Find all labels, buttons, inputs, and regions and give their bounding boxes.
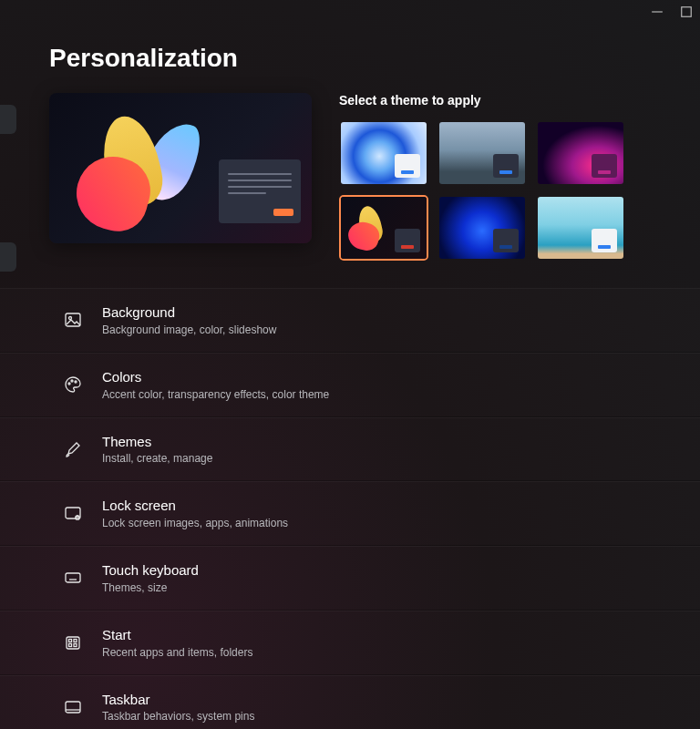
option-title: Lock screen (102, 498, 288, 515)
minimize-button[interactable] (651, 5, 664, 18)
svg-rect-1 (682, 7, 692, 17)
option-subtitle: Lock screen images, apps, animations (102, 517, 288, 529)
svg-rect-9 (66, 573, 80, 582)
svg-rect-16 (69, 640, 72, 642)
option-title: Taskbar (102, 692, 254, 709)
option-title: Start (102, 627, 252, 644)
option-background[interactable]: Background Background image, color, slid… (0, 288, 700, 353)
taskbar-icon (64, 698, 82, 716)
theme-grid (339, 120, 631, 261)
theme-option-landscape[interactable] (438, 120, 527, 186)
theme-option-windows-dark[interactable] (339, 195, 428, 261)
option-title: Touch keyboard (102, 562, 199, 580)
palette-icon (64, 375, 82, 394)
start-menu-icon (64, 633, 82, 652)
theme-option-glow[interactable] (536, 120, 625, 186)
option-subtitle: Background image, color, slideshow (102, 323, 276, 336)
maximize-button[interactable] (680, 5, 693, 18)
lock-screen-icon (64, 505, 82, 523)
option-title: Colors (102, 369, 329, 386)
option-subtitle: Recent apps and items, folders (102, 646, 252, 659)
brush-icon (64, 440, 82, 458)
svg-point-6 (75, 381, 77, 383)
svg-rect-19 (74, 644, 77, 647)
option-title: Background (102, 304, 276, 322)
svg-rect-20 (66, 702, 80, 713)
option-colors[interactable]: Colors Accent color, transparency effect… (0, 353, 700, 417)
option-subtitle: Taskbar behaviors, system pins (102, 710, 254, 723)
option-touch-keyboard[interactable]: Touch keyboard Themes, size (0, 546, 700, 611)
option-taskbar[interactable]: Taskbar Taskbar behaviors, system pins (0, 675, 700, 730)
page-title: Personalization (49, 44, 700, 73)
keyboard-icon (64, 569, 82, 587)
nav-stub[interactable] (0, 105, 16, 134)
svg-rect-17 (74, 640, 77, 642)
theme-option-windows-light[interactable] (339, 120, 428, 186)
picture-icon (64, 311, 82, 329)
svg-point-4 (68, 383, 70, 385)
option-lock-screen[interactable]: Lock screen Lock screen images, apps, an… (0, 481, 700, 546)
theme-option-bloom-dark[interactable] (438, 195, 527, 261)
desktop-preview (49, 93, 312, 243)
svg-rect-18 (69, 644, 72, 647)
window-controls (651, 5, 693, 18)
svg-point-3 (69, 317, 72, 320)
option-subtitle: Install, create, manage (102, 452, 212, 465)
option-title: Themes (102, 434, 212, 451)
option-subtitle: Accent color, transparency effects, colo… (102, 388, 329, 401)
nav-stub (0, 242, 16, 272)
option-subtitle: Themes, size (102, 581, 199, 594)
theme-section-label: Select a theme to apply (339, 93, 631, 108)
svg-rect-2 (66, 313, 80, 326)
svg-point-5 (71, 380, 73, 382)
options-list: Background Background image, color, slid… (0, 288, 700, 729)
option-start[interactable]: Start Recent apps and items, folders (0, 611, 700, 675)
option-themes[interactable]: Themes Install, create, manage (0, 417, 700, 482)
theme-option-seascape[interactable] (536, 195, 625, 261)
